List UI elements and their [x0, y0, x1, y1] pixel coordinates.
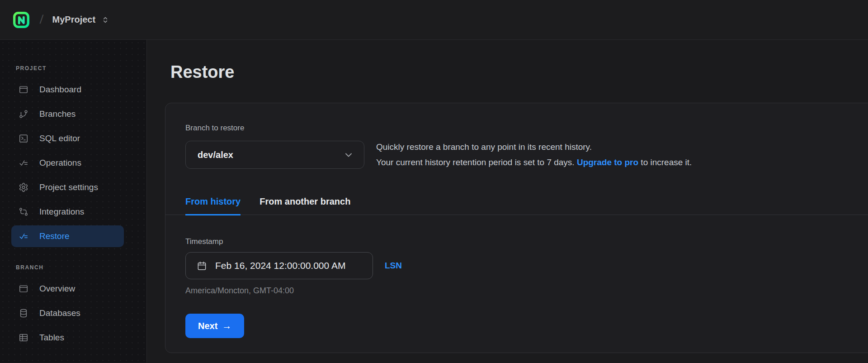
sidebar-item-overview[interactable]: Overview: [11, 278, 124, 300]
table-icon: [19, 333, 28, 343]
sidebar-item-label: SQL editor: [39, 134, 80, 143]
branch-select-value: dev/alex: [198, 150, 233, 160]
restore-card: Branch to restore dev/alex Quickly resto…: [165, 103, 868, 353]
sidebar-item-project-settings[interactable]: Project settings: [11, 177, 124, 198]
sidebar-item-databases[interactable]: Databases: [11, 302, 124, 324]
timezone-text: America/Moncton, GMT-04:00: [185, 286, 868, 296]
browser-icon: [19, 284, 28, 294]
description-line2: Your current history retention period is…: [376, 155, 692, 170]
sidebar: PROJECT Dashboard Branches: [0, 40, 147, 363]
project-selector[interactable]: MyProject: [52, 14, 110, 25]
timestamp-input[interactable]: Feb 16, 2024 12:00:00.000 AM: [185, 252, 373, 279]
sidebar-item-label: Dashboard: [39, 85, 81, 95]
sidebar-item-label: Branches: [39, 109, 75, 119]
browser-icon: [19, 85, 28, 95]
sidebar-item-restore[interactable]: Restore: [11, 225, 124, 247]
top-bar: / MyProject: [0, 0, 868, 40]
tab-from-history[interactable]: From history: [185, 196, 241, 215]
restore-description: Quickly restore a branch to any point in…: [376, 139, 692, 170]
database-icon: [19, 308, 28, 318]
integrations-icon: [19, 207, 28, 217]
sidebar-section-branch: BRANCH: [16, 264, 124, 271]
project-name: MyProject: [52, 14, 96, 25]
next-button-label: Next: [198, 321, 217, 331]
sidebar-item-label: Operations: [39, 158, 81, 168]
timestamp-value: Feb 16, 2024 12:00:00.000 AM: [215, 260, 345, 271]
sidebar-item-dashboard[interactable]: Dashboard: [11, 79, 124, 100]
app-window: / MyProject PROJECT Dashboard: [0, 0, 868, 363]
check-list-icon: [19, 158, 28, 168]
chevron-down-icon: [343, 149, 354, 160]
description-line1: Quickly restore a branch to any point in…: [376, 139, 692, 155]
sidebar-item-label: Integrations: [39, 207, 84, 217]
git-branch-icon: [19, 109, 28, 119]
restore-history-icon: [19, 231, 28, 241]
sidebar-item-sql-editor[interactable]: SQL editor: [11, 128, 124, 149]
chevrons-up-down-icon: [101, 15, 110, 24]
page-title: Restore: [170, 63, 868, 81]
lsn-link[interactable]: LSN: [385, 261, 402, 271]
sidebar-item-label: Databases: [39, 308, 80, 318]
sidebar-item-tables[interactable]: Tables: [11, 327, 124, 349]
sidebar-item-label: Project settings: [39, 182, 98, 192]
upgrade-to-pro-link[interactable]: Upgrade to pro: [577, 158, 638, 167]
description-line2-suffix: to increase it.: [638, 158, 692, 167]
tab-from-another-branch[interactable]: From another branch: [259, 196, 350, 215]
next-button[interactable]: Next →: [185, 314, 244, 338]
arrow-right-icon: →: [222, 320, 231, 331]
sidebar-section-project: PROJECT: [16, 65, 124, 72]
sidebar-item-branches[interactable]: Branches: [11, 103, 124, 125]
main-content: Restore Branch to restore dev/alex Quick…: [147, 40, 868, 363]
restore-tabs: From history From another branch: [165, 196, 868, 215]
sidebar-item-operations[interactable]: Operations: [11, 152, 124, 174]
breadcrumb-separator: /: [39, 13, 44, 27]
branch-select[interactable]: dev/alex: [185, 141, 364, 169]
sidebar-item-label: Restore: [39, 231, 70, 241]
sidebar-item-label: Overview: [39, 284, 75, 294]
terminal-icon: [19, 134, 28, 143]
sidebar-item-integrations[interactable]: Integrations: [11, 201, 124, 223]
neon-logo-icon[interactable]: [13, 11, 30, 29]
timestamp-label: Timestamp: [185, 237, 868, 247]
calendar-icon: [197, 261, 207, 271]
sidebar-item-label: Tables: [39, 333, 64, 343]
description-line2-text: Your current history retention period is…: [376, 158, 577, 167]
gear-icon: [19, 182, 28, 192]
branch-to-restore-label: Branch to restore: [185, 123, 868, 133]
